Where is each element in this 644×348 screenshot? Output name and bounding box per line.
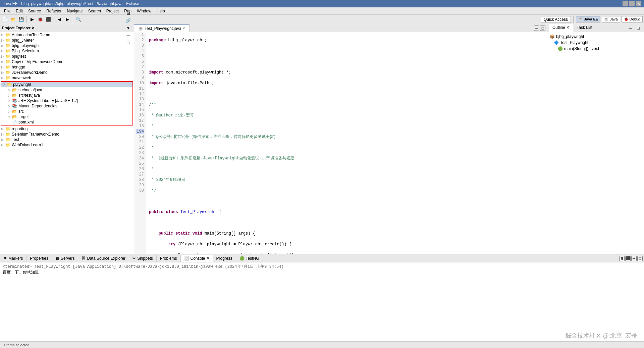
menu-source[interactable]: Source	[25, 8, 44, 14]
maximize-button[interactable]: □	[629, 1, 635, 6]
tab-servers[interactable]: 🖥 Servers	[52, 255, 78, 262]
menu-project[interactable]: Project	[104, 8, 121, 14]
menu-edit[interactable]: Edit	[13, 8, 25, 14]
tab-outline[interactable]: Outline ✕	[549, 24, 573, 32]
minimize-button[interactable]: ─	[623, 1, 628, 6]
testng-icon: 🟢	[239, 256, 245, 261]
list-item[interactable]: ▷ 📁 Copy of VipFrameworkDemo	[0, 59, 134, 64]
open-button[interactable]: 📂	[9, 16, 17, 23]
tab-icon: ☕	[138, 26, 143, 31]
editor-tab-active[interactable]: ☕ Test_Playwright.java ✕	[134, 24, 190, 32]
menu-window[interactable]: Window	[134, 8, 154, 14]
list-item[interactable]: ▷ 📚 Maven Dependencies	[1, 103, 132, 109]
project-explorer: Project Explorer ✕ ⊟ 🔗 ▾ ─ □ ▷ 📁 Automat…	[0, 24, 134, 254]
console-output: 百度一下，你就知道	[3, 269, 641, 275]
perspective-debug[interactable]: 🐞 Debug	[622, 16, 643, 22]
list-item[interactable]: ▷ 📁 JDFrameworkDemo	[0, 70, 134, 75]
outline-class[interactable]: 🔷 Test_Playwright	[548, 40, 643, 46]
title-text: Java EE - bjhg_playwright/src/bjhg_playw…	[3, 1, 139, 6]
menu-search[interactable]: Search	[86, 8, 104, 14]
forward-button[interactable]: ▶	[64, 16, 71, 23]
editor-controls: ─ □	[534, 26, 547, 31]
list-item[interactable]: ▷ 📁 bjhg_JMeter	[0, 38, 134, 43]
outline-package[interactable]: 📦 bjhg_playwright	[548, 34, 643, 40]
list-item[interactable]: ▷ 📂 src/main/java	[1, 87, 132, 93]
bottom-panel: ⚑ Markers Properties 🖥 Servers 🗄 Data So…	[0, 254, 644, 341]
list-item[interactable]: ▷ 📁 hongge	[0, 64, 134, 70]
list-item[interactable]: ▷ 📁 AutomationTestDemo	[0, 32, 134, 38]
search-button[interactable]: 🔍	[75, 16, 82, 23]
outline-method[interactable]: 🟢 main(String[]) : void	[548, 46, 643, 52]
menu-file[interactable]: File	[1, 8, 13, 14]
stop-button[interactable]: ⬛	[45, 16, 52, 23]
playwright-section: ▽ 📁 playwright ▷ 📂 src/main/java ▷ 📂	[1, 81, 133, 126]
list-item[interactable]: ▷ 📁 bjhgtest	[0, 54, 134, 59]
tab-markers[interactable]: ⚑ Markers	[0, 255, 26, 262]
new-button[interactable]: 📄	[1, 16, 9, 23]
perspective-javaee[interactable]: ☕ Java EE	[576, 16, 600, 22]
tab-testng[interactable]: 🟢 TestNG	[236, 255, 263, 262]
snippets-icon: ✂	[132, 256, 136, 261]
console-minimize[interactable]: ─	[631, 256, 637, 261]
list-item[interactable]: ▷ 📚 JRE System Library [JavaSE-1.7]	[1, 98, 132, 103]
list-item[interactable]: ▷ 📁 Test	[0, 137, 134, 142]
playwright-root[interactable]: ▽ 📁 playwright	[1, 82, 132, 87]
list-item[interactable]: ▷ 📁 mavenweb	[0, 75, 134, 81]
outline-maximize[interactable]: □	[635, 24, 642, 32]
editor-tabs: ☕ Test_Playwright.java ✕ ─ □	[134, 24, 547, 32]
outline-minimize[interactable]: ─	[627, 24, 634, 32]
menu-help[interactable]: Help	[154, 8, 168, 14]
link-with-editor-button[interactable]: 🔗	[124, 17, 132, 24]
list-item[interactable]: ▷ 📂 target	[1, 114, 132, 119]
package-icon: 📦	[550, 34, 555, 39]
list-item[interactable]: ▷ 📁 WebDriverLearn1	[0, 142, 134, 148]
console-maximize[interactable]: □	[637, 256, 643, 261]
bottom-controls: 🗑 ⬛ ─ □	[619, 256, 644, 261]
workspace: Project Explorer ✕ ⊟ 🔗 ▾ ─ □ ▷ 📁 Automat…	[0, 24, 644, 348]
quick-access-button[interactable]: Quick Access	[541, 16, 571, 23]
code-editor[interactable]: 1 2 3 4 5 6 7 8 9 10 11 12 13 14 15 16 1	[134, 32, 547, 254]
menu-refactor[interactable]: Refactor	[44, 8, 64, 14]
right-panel: Outline ✕ Task List ─ □ 📦 bjhg_playwrigh…	[547, 24, 644, 254]
save-button[interactable]: 💾	[17, 16, 25, 23]
list-item[interactable]: 📄 pom.xml	[1, 119, 132, 125]
editor-minimize-button[interactable]: ─	[534, 26, 539, 31]
tab-tasklist[interactable]: Task List	[573, 24, 596, 32]
run-button[interactable]: ▶	[29, 16, 36, 23]
code-content[interactable]: package bjhg_playwright; import com.micr…	[146, 32, 547, 254]
debug-button[interactable]: 🐞	[37, 16, 44, 23]
tab-properties[interactable]: Properties	[26, 255, 52, 262]
tab-close-button[interactable]: ✕	[182, 27, 185, 30]
back-button[interactable]: ◀	[56, 16, 63, 23]
tab-console[interactable]: ⬜ Console ✕	[181, 255, 213, 262]
menu-navigate[interactable]: Navigate	[64, 8, 85, 14]
list-item[interactable]: ▷ 📁 reporting	[0, 126, 134, 132]
perspective-java[interactable]: ☕ Java	[602, 16, 620, 22]
console-clear-button[interactable]: 🗑	[619, 256, 625, 261]
console-close[interactable]: ✕	[207, 256, 209, 260]
menu-bar: File Edit Source Refactor Navigate Searc…	[0, 7, 644, 15]
editor-maximize-button[interactable]: □	[540, 26, 545, 31]
servers-icon: 🖥	[55, 256, 59, 261]
window-controls: ─ □ ✕	[623, 1, 641, 6]
collapse-all-button[interactable]: ⊟	[124, 10, 132, 17]
list-item[interactable]: ▷ 📁 Bjhg_Selenium	[0, 48, 134, 54]
toolbar: 📄 📂 💾 ▶ 🐞 ⬛ ◀ ▶ 🔍 Quick Access ☕ Java EE…	[0, 15, 644, 24]
list-item[interactable]: ▷ 📁 SeleniumFrameworkDemo	[0, 132, 134, 137]
sep2	[54, 16, 54, 23]
tab-datasource[interactable]: 🗄 Data Source Explorer	[78, 255, 129, 262]
tab-progress[interactable]: Progress	[213, 255, 236, 262]
tab-snippets[interactable]: ✂ Snippets	[129, 255, 157, 262]
list-item[interactable]: ▷ 📁 bjhg_playwright	[0, 43, 134, 48]
toolbar-right: Quick Access ☕ Java EE ☕ Java 🐞 Debug	[541, 16, 643, 23]
list-item[interactable]: ▷ 📂 src	[1, 109, 132, 114]
list-item[interactable]: ▷ 📂 src/test/java	[1, 93, 132, 98]
console-stop-button[interactable]: ⬛	[625, 256, 631, 261]
status-bar: 0 items selected	[0, 341, 644, 348]
outline-tabs: Outline ✕ Task List	[549, 24, 596, 32]
tab-problems[interactable]: Problems	[157, 255, 181, 262]
sep4	[573, 16, 574, 23]
status-text: 0 items selected	[3, 343, 29, 347]
view-menu-button[interactable]: ▾	[124, 24, 132, 32]
close-button[interactable]: ✕	[636, 1, 641, 6]
